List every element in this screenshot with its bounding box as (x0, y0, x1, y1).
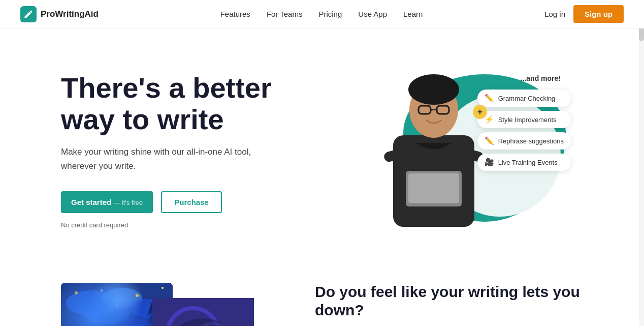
and-more-badge: ...and more! (521, 74, 561, 82)
front-svg (152, 298, 254, 326)
front-image (152, 298, 254, 326)
training-label: Live Training Events (498, 159, 558, 166)
nav-item-learn[interactable]: Learn (403, 10, 423, 18)
svg-point-18 (162, 287, 164, 289)
no-credit-card-text: No credit card required (61, 221, 325, 229)
section2-right: Do you feel like your writing lets you d… (315, 283, 603, 326)
svg-point-2 (408, 74, 459, 105)
hero-illustration: ...and more! + (363, 64, 566, 237)
feature-card-rephrase: ✏️ Rephrase suggestions (477, 132, 571, 150)
get-started-label: Get started (71, 198, 111, 206)
rephrase-icon: ✏️ (485, 136, 494, 145)
plus-badge: + (473, 105, 487, 119)
style-icon: ⚡ (485, 115, 494, 124)
login-button[interactable]: Log in (544, 10, 565, 18)
purchase-button[interactable]: Purchase (161, 191, 222, 213)
hero-right: ...and more! + (325, 59, 603, 242)
logo-text: ProWritingAid (41, 9, 99, 19)
hero-section: There's a better way to write Make your … (0, 28, 644, 262)
scrollbar-track[interactable] (639, 0, 644, 326)
svg-point-12 (102, 288, 142, 308)
hero-subtitle: Make your writing shine with our all-in-… (61, 145, 274, 172)
training-icon: 🎥 (485, 158, 494, 167)
svg-point-16 (101, 289, 103, 291)
hero-buttons: Get started— it's free Purchase (61, 191, 325, 213)
logo-link[interactable]: ProWritingAid (20, 6, 99, 22)
navbar: ProWritingAid Features For Teams Pricing… (0, 0, 644, 28)
feature-card-style: ⚡ Style Improvements (477, 111, 571, 128)
svg-rect-7 (408, 173, 459, 203)
logo-svg (23, 9, 34, 19)
rephrase-label: Rephrase suggestions (498, 137, 564, 145)
signup-button[interactable]: Sign up (573, 5, 624, 23)
nav-item-for-teams[interactable]: For Teams (267, 10, 303, 18)
section2-title: Do you feel like your writing lets you d… (315, 283, 603, 319)
image-stack: My idea in my head (61, 283, 264, 326)
feature-cards: ✏️ Grammar Checking ⚡ Style Improvements… (477, 90, 571, 171)
svg-point-19 (116, 305, 118, 307)
svg-point-17 (136, 294, 139, 297)
nav-item-pricing[interactable]: Pricing (318, 10, 342, 18)
free-tag: — it's free (113, 199, 143, 206)
get-started-button[interactable]: Get started— it's free (61, 191, 153, 213)
grammar-label: Grammar Checking (498, 95, 556, 102)
svg-point-14 (84, 302, 130, 324)
section2-left: My idea in my head (61, 283, 274, 326)
grammar-icon: ✏️ (485, 94, 494, 103)
nav-actions: Log in Sign up (544, 5, 624, 23)
hero-title: There's a better way to write (61, 72, 325, 135)
svg-point-11 (66, 290, 117, 316)
hero-left: There's a better way to write Make your … (61, 72, 325, 229)
nav-item-features[interactable]: Features (220, 10, 250, 18)
nav-links: Features For Teams Pricing Use App Learn (220, 10, 423, 19)
feature-card-grammar: ✏️ Grammar Checking (477, 90, 571, 107)
hero-person-svg (378, 69, 490, 232)
svg-point-15 (75, 291, 78, 294)
style-label: Style Improvements (498, 116, 557, 124)
logo-icon (20, 6, 37, 22)
nav-item-use-app[interactable]: Use App (358, 10, 387, 18)
section2: My idea in my head Do you feel like your… (0, 262, 644, 326)
feature-card-training: 🎥 Live Training Events (477, 154, 571, 171)
